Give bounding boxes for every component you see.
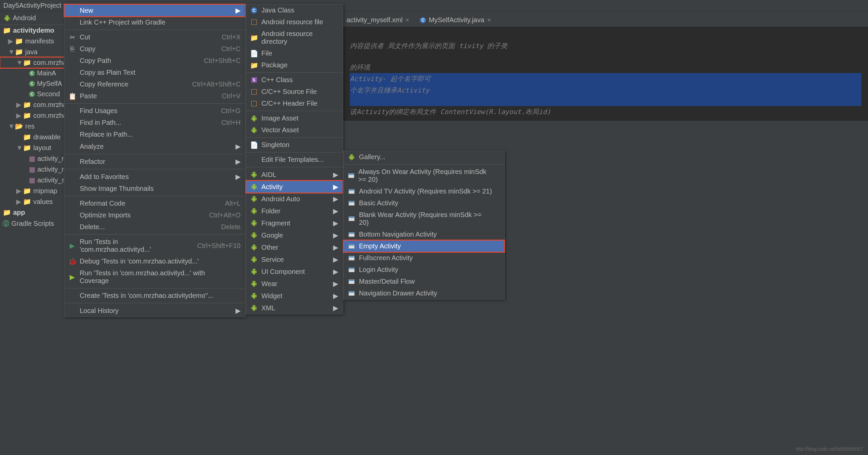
editor-tab-java[interactable]: C MySelfActivity.java × <box>416 15 494 25</box>
collapse-arrow-icon[interactable]: ▼ <box>16 59 21 67</box>
activity-icon <box>348 215 355 222</box>
menu-item-edit-file-templates[interactable]: Edit File Templates... <box>246 154 343 165</box>
menu-item-c-class[interactable]: SC++ Class <box>246 74 343 86</box>
expand-arrow-icon[interactable]: ▶ <box>16 112 21 119</box>
collapse-arrow-icon[interactable]: ▼ <box>16 144 21 152</box>
expand-arrow-icon[interactable]: ▶ <box>8 37 13 45</box>
menu-item-login-activity[interactable]: Login Activity <box>343 264 504 276</box>
menu-item-java-class[interactable]: CJava Class <box>246 4 343 16</box>
menu-item-empty-activity[interactable]: Empty Activity <box>343 240 504 252</box>
close-icon[interactable]: × <box>487 16 491 24</box>
menu-item-bottom-navigation-activity[interactable]: Bottom Navigation Activity <box>343 229 504 240</box>
editor-tab-xml[interactable]: activity_myself.xml × <box>343 15 412 25</box>
menu-item-google[interactable]: Google▶ <box>246 229 343 241</box>
menu-item-always-on-wear-activity-requires-minsdk-20[interactable]: Always On Wear Activity (Requires minSdk… <box>343 166 504 185</box>
menu-item-image-asset[interactable]: Image Asset <box>246 113 343 124</box>
collapse-arrow-icon[interactable]: ▼ <box>8 48 13 56</box>
menu-item-reformat-code[interactable]: Reformat CodeAlt+L <box>64 198 245 209</box>
submenu-arrow-icon: ▶ <box>333 292 338 300</box>
editor-tabs: activity_myself.xml × C MySelfActivity.j… <box>343 13 868 27</box>
orange-file-icon <box>251 19 257 26</box>
menu-item-activity[interactable]: Activity▶ <box>246 181 343 193</box>
menu-item-other[interactable]: Other▶ <box>246 241 343 253</box>
menu-label: Reformat Code <box>80 200 125 207</box>
menu-item-android-tv-activity-requires-minsdk-21[interactable]: Android TV Activity (Requires minSdk >= … <box>343 185 504 197</box>
menu-item-singleton[interactable]: 📄Singleton <box>246 139 343 151</box>
menu-item-refactor[interactable]: Refactor▶ <box>64 155 245 168</box>
menu-item-show-image-thumbnails[interactable]: Show Image Thumbnails <box>64 183 245 194</box>
menu-item-fragment[interactable]: Fragment▶ <box>246 217 343 229</box>
menu-label: Package <box>261 61 288 69</box>
new-submenu[interactable]: CJava ClassAndroid resource file📁Android… <box>246 4 343 314</box>
menu-item-wear[interactable]: Wear▶ <box>246 278 343 290</box>
debug-icon: 🐞 <box>69 258 76 265</box>
menu-item-run-tests-in-com-mrzhao-activityd[interactable]: ▶Run 'Tests in 'com.mrzhao.activityd...'… <box>64 236 245 255</box>
package-icon: 📁 <box>251 62 257 69</box>
android-icon <box>251 220 257 226</box>
expand-arrow-icon[interactable]: ▶ <box>16 187 21 195</box>
android-icon <box>251 268 257 275</box>
menu-item-c-c-header-file[interactable]: C/C++ Header File <box>246 98 343 110</box>
menu-item-navigation-drawer-activity[interactable]: Navigation Drawer Activity <box>343 287 504 299</box>
menu-item-local-history[interactable]: Local History▶ <box>64 305 245 317</box>
menu-item-find-usages[interactable]: Find UsagesCtrl+G <box>64 105 245 117</box>
menu-item-xml[interactable]: XML▶ <box>246 302 343 314</box>
menu-label: Java Class <box>261 6 294 14</box>
menu-item-copy[interactable]: ⎘CopyCtrl+C <box>64 43 245 55</box>
menu-item-package[interactable]: 📁Package <box>246 59 343 71</box>
blank-icon <box>251 156 257 163</box>
menu-item-basic-activity[interactable]: Basic Activity <box>343 197 504 209</box>
menu-label: Android resource file <box>261 18 323 26</box>
menu-item-widget[interactable]: Widget▶ <box>246 290 343 302</box>
menu-item-delete[interactable]: Delete...Delete <box>64 221 245 233</box>
menu-item-service[interactable]: Service▶ <box>246 253 343 266</box>
menu-item-copy-as-plain-text[interactable]: Copy as Plain Text <box>64 67 245 79</box>
menu-item-fullscreen-activity[interactable]: Fullscreen Activity <box>343 252 504 264</box>
menu-item-find-in-path[interactable]: Find in Path...Ctrl+H <box>64 117 245 128</box>
android-icon <box>251 208 257 214</box>
collapse-arrow-icon[interactable]: ▼ <box>8 122 13 130</box>
menu-item-new[interactable]: New▶ <box>64 4 245 17</box>
package-icon: 📁 <box>23 112 31 119</box>
menu-item-c-c-source-file[interactable]: C/C++ Source File <box>246 86 343 98</box>
submenu-arrow-icon: ▶ <box>333 219 338 227</box>
activity-submenu[interactable]: Gallery...Always On Wear Activity (Requi… <box>343 151 505 300</box>
menu-item-add-to-favorites[interactable]: Add to Favorites▶ <box>64 171 245 183</box>
menu-item-cut[interactable]: ✂CutCtrl+X <box>64 31 245 43</box>
blank-icon <box>69 200 76 207</box>
menu-item-copy-reference[interactable]: Copy ReferenceCtrl+Alt+Shift+C <box>64 79 245 90</box>
menu-item-paste[interactable]: 📋PasteCtrl+V <box>64 90 245 102</box>
close-icon[interactable]: × <box>405 16 409 24</box>
menu-label: Cut <box>80 33 90 41</box>
android-icon <box>251 232 257 239</box>
menu-item-create-tests-in-com-mrzhao-activitydemo[interactable]: Create 'Tests in 'com.mrzhao.activitydem… <box>64 290 245 302</box>
code-editor[interactable]: 内容提供者 局文件作为展示的页面 tivity 的子类 的环境 Activity… <box>343 27 868 121</box>
menu-item-android-resource-file[interactable]: Android resource file <box>246 16 343 28</box>
menu-item-ui-component[interactable]: UI Component▶ <box>246 266 343 278</box>
menu-item-copy-path[interactable]: Copy PathCtrl+Shift+C <box>64 55 245 67</box>
menu-item-run-tests-in-com-mrzhao-activityd-with-coverage[interactable]: ▶Run 'Tests in 'com.mrzhao.activityd...'… <box>64 267 245 287</box>
breadcrumb-root[interactable]: Day5ActivityProject <box>3 2 61 9</box>
context-menu[interactable]: New▶Link C++ Project with Gradle✂CutCtrl… <box>64 4 246 317</box>
menu-item-analyze[interactable]: Analyze▶ <box>64 140 245 152</box>
menu-item-folder[interactable]: Folder▶ <box>246 205 343 217</box>
menu-item-vector-asset[interactable]: Vector Asset <box>246 124 343 136</box>
code-line: tivity 的子类 <box>459 42 507 50</box>
menu-item-optimize-imports[interactable]: Optimize ImportsCtrl+Alt+O <box>64 209 245 221</box>
menu-item-blank-wear-activity-requires-minsdk-20[interactable]: Blank Wear Activity (Requires minSdk >= … <box>343 209 504 229</box>
blank-icon <box>69 212 76 219</box>
menu-item-android-auto[interactable]: Android Auto▶ <box>246 193 343 205</box>
code-line: 个名字并且继承Activity <box>350 85 861 96</box>
menu-shortcut: Alt+L <box>225 200 241 207</box>
menu-item-file[interactable]: 📄File <box>246 48 343 59</box>
menu-item-gallery[interactable]: Gallery... <box>343 151 504 163</box>
folder-icon: 📁 <box>23 144 31 152</box>
expand-arrow-icon[interactable]: ▶ <box>16 101 21 109</box>
menu-item-android-resource-directory[interactable]: 📁Android resource directory <box>246 28 343 48</box>
menu-item-master-detail-flow[interactable]: Master/Detail Flow <box>343 276 504 287</box>
menu-item-aidl[interactable]: AIDL▶ <box>246 169 343 181</box>
expand-arrow-icon[interactable]: ▶ <box>16 198 21 206</box>
menu-item-debug-tests-in-com-mrzhao-activityd[interactable]: 🐞Debug 'Tests in 'com.mrzhao.activityd..… <box>64 255 245 267</box>
menu-item-link-c-project-with-gradle[interactable]: Link C++ Project with Gradle <box>64 17 245 28</box>
menu-item-replace-in-path[interactable]: Replace in Path... <box>64 128 245 140</box>
